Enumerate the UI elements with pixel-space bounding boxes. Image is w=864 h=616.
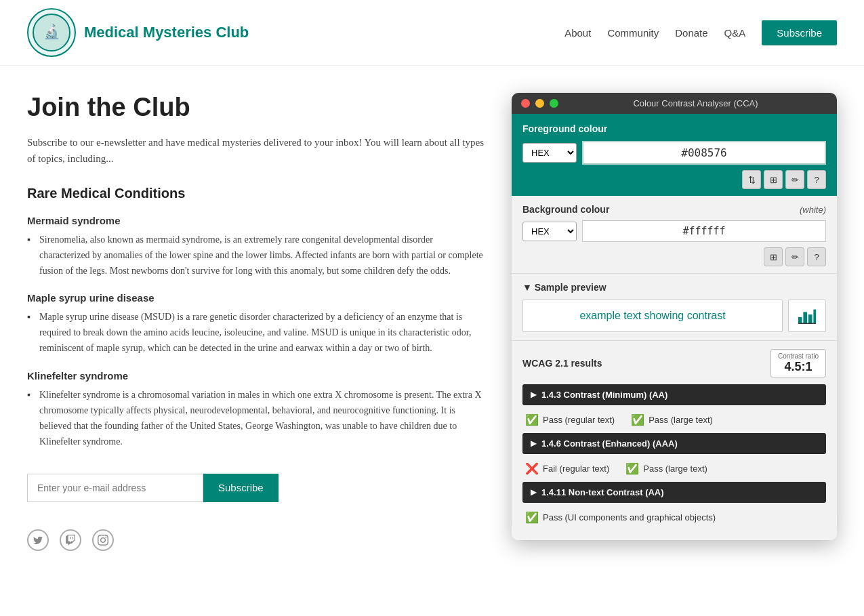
fail-icon: ❌ xyxy=(525,462,539,475)
twitch-icon[interactable] xyxy=(60,529,81,551)
cca-panel: Colour Contrast Analyser (CCA) Foregroun… xyxy=(512,93,837,551)
result-text: Pass (large text) xyxy=(649,415,713,425)
svg-rect-2 xyxy=(798,317,802,323)
rule-label: 1.4.6 Contrast (Enhanced) (AAA) xyxy=(541,438,678,449)
pass-icon: ✅ xyxy=(625,462,639,475)
result-text: Pass (large text) xyxy=(643,464,707,474)
bg-sliders-btn[interactable]: ⊞ xyxy=(764,247,783,266)
intro-text: Subscribe to our e-newsletter and have m… xyxy=(27,134,485,167)
logo-area: 🔬 Medical Mysteries Club xyxy=(27,8,249,57)
bg-help-btn[interactable]: ? xyxy=(807,247,826,266)
cca-title: Colour Contrast Analyser (CCA) xyxy=(564,98,827,108)
pass-icon: ✅ xyxy=(525,413,539,426)
cca-body: Foreground colour HEX ⇅ ⊞ ✏ ? xyxy=(512,114,837,540)
fg-help-btn[interactable]: ? xyxy=(807,170,826,189)
bg-label: Background colour xyxy=(522,204,609,215)
wcag-rule-rule3[interactable]: ▶1.4.11 Non-text Contrast (AA) xyxy=(522,482,826,503)
instagram-icon[interactable] xyxy=(92,529,114,551)
nav-community[interactable]: Community xyxy=(607,27,659,39)
rule-arrow-icon: ▶ xyxy=(531,439,536,448)
chart-button[interactable] xyxy=(788,300,826,332)
rule-arrow-icon: ▶ xyxy=(531,390,536,399)
sample-preview-label: ▼ Sample preview xyxy=(522,282,826,293)
page-title: Join the Club xyxy=(27,93,485,122)
cca-window: Colour Contrast Analyser (CCA) Foregroun… xyxy=(512,93,837,540)
condition-title: Mermaid syndrome xyxy=(27,215,485,226)
titlebar-close-btn[interactable] xyxy=(521,99,530,108)
result-text: Pass (UI components and graphical object… xyxy=(543,512,716,522)
svg-rect-4 xyxy=(808,314,812,323)
site-header: 🔬 Medical Mysteries Club About Community… xyxy=(0,0,864,66)
wcag-result-row: ❌Fail (regular text)✅Pass (large text) xyxy=(522,458,826,479)
contrast-ratio-value: 4.5:1 xyxy=(778,360,819,374)
background-section: Background colour (white) HEX ⊞ ✏ ? xyxy=(512,196,837,274)
logo-svg: 🔬 xyxy=(33,14,70,52)
svg-text:🔬: 🔬 xyxy=(43,24,60,40)
twitter-icon[interactable] xyxy=(27,529,49,551)
rule-label: 1.4.3 Contrast (Minimum) (AA) xyxy=(541,390,667,400)
wcag-rule-rule1[interactable]: ▶1.4.3 Contrast (Minimum) (AA) xyxy=(522,384,826,405)
nav-qna[interactable]: Q&A xyxy=(724,27,746,39)
fg-icon-row: ⇅ ⊞ ✏ ? xyxy=(522,170,826,189)
bg-format-select[interactable]: HEX xyxy=(522,222,577,241)
bg-input-row: HEX xyxy=(522,220,826,242)
fg-eyedrop-btn[interactable]: ✏ xyxy=(785,170,804,189)
main-nav: About Community Donate Q&A Subscribe xyxy=(564,20,837,45)
bg-hex-input[interactable] xyxy=(582,220,826,242)
fg-hex-input[interactable] xyxy=(582,141,826,165)
list-item: Sirenomelia, also known as mermaid syndr… xyxy=(27,232,485,279)
pass-icon: ✅ xyxy=(631,413,644,426)
fg-format-select[interactable]: HEX xyxy=(522,143,577,163)
wcag-result-item: ✅Pass (large text) xyxy=(625,462,707,475)
foreground-section: Foreground colour HEX ⇅ ⊞ ✏ ? xyxy=(512,114,837,196)
wcag-title: WCAG 2.1 results xyxy=(522,358,602,369)
wcag-result-item: ✅Pass (UI components and graphical objec… xyxy=(525,511,716,524)
contrast-ratio-box: Contrast ratio 4.5:1 xyxy=(770,349,826,377)
result-text: Fail (regular text) xyxy=(543,464,609,474)
email-form: Subscribe xyxy=(27,474,485,502)
nav-subscribe-button[interactable]: Subscribe xyxy=(762,20,837,45)
conditions-list: Mermaid syndromeSirenomelia, also known … xyxy=(27,215,485,449)
main-content: Join the Club Subscribe to our e-newslet… xyxy=(27,93,485,551)
pass-icon: ✅ xyxy=(525,511,539,524)
wcag-result-item: ✅Pass (large text) xyxy=(631,413,713,426)
fg-input-row: HEX xyxy=(522,141,826,165)
form-subscribe-button[interactable]: Subscribe xyxy=(203,474,279,502)
site-title: Medical Mysteries Club xyxy=(84,24,249,41)
titlebar-maximize-btn[interactable] xyxy=(550,99,558,108)
bg-eyedrop-btn[interactable]: ✏ xyxy=(785,247,804,266)
fg-sliders-btn[interactable]: ⊞ xyxy=(764,170,783,189)
fg-swap-btn[interactable]: ⇅ xyxy=(742,170,761,189)
sample-text: example text showing contrast xyxy=(522,300,783,332)
svg-rect-5 xyxy=(813,310,816,324)
wcag-result-item: ❌Fail (regular text) xyxy=(525,462,609,475)
wcag-result-row: ✅Pass (UI components and graphical objec… xyxy=(522,507,826,528)
contrast-ratio-label: Contrast ratio xyxy=(778,352,819,360)
bg-icon-row: ⊞ ✏ ? xyxy=(522,247,826,266)
page-body: Join the Club Subscribe to our e-newslet… xyxy=(0,66,864,578)
bg-white-label: (white) xyxy=(800,205,826,215)
nav-donate[interactable]: Donate xyxy=(675,27,707,39)
email-input[interactable] xyxy=(27,474,203,502)
sample-preview-section: ▼ Sample preview example text showing co… xyxy=(512,274,837,341)
rule-arrow-icon: ▶ xyxy=(531,488,536,497)
wcag-rule-rule2[interactable]: ▶1.4.6 Contrast (Enhanced) (AAA) xyxy=(522,433,826,454)
social-icons xyxy=(27,529,485,551)
preview-row: example text showing contrast xyxy=(522,300,826,332)
wcag-section: WCAG 2.1 results Contrast ratio 4.5:1 ▶1… xyxy=(512,341,837,540)
list-item: Maple syrup urine disease (MSUD) is a ra… xyxy=(27,309,485,356)
condition-title: Klinefelter syndrome xyxy=(27,370,485,382)
bg-label-row: Background colour (white) xyxy=(522,204,826,215)
nav-about[interactable]: About xyxy=(564,27,591,39)
section-title: Rare Medical Conditions xyxy=(27,186,485,201)
rule-label: 1.4.11 Non-text Contrast (AA) xyxy=(541,487,664,497)
site-logo: 🔬 xyxy=(27,8,76,57)
chart-icon xyxy=(797,306,817,326)
wcag-header: WCAG 2.1 results Contrast ratio 4.5:1 xyxy=(522,349,826,377)
result-text: Pass (regular text) xyxy=(543,415,615,425)
fg-label: Foreground colour xyxy=(522,123,826,134)
svg-rect-3 xyxy=(803,312,807,323)
titlebar-minimize-btn[interactable] xyxy=(535,99,544,108)
wcag-result-item: ✅Pass (regular text) xyxy=(525,413,615,426)
list-item: Klinefelter syndrome is a chromosomal va… xyxy=(27,387,485,449)
